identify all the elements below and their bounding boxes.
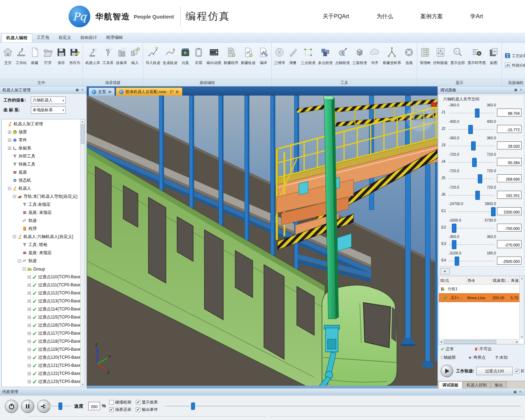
tree-item[interactable]: +过渡点119(TCP0-Base) bbox=[2, 345, 80, 354]
ribbon-button-主页[interactable]: 主页 bbox=[1, 46, 14, 67]
joint-slider-handle[interactable] bbox=[478, 174, 482, 183]
joint-value-input[interactable] bbox=[497, 240, 522, 248]
tree-item[interactable]: +场景 bbox=[2, 128, 80, 136]
close-icon[interactable]: × bbox=[80, 88, 85, 92]
joint-slider-handle[interactable] bbox=[475, 108, 479, 118]
table-header-1[interactable]: 组/点 bbox=[439, 276, 466, 284]
tree-expander-icon[interactable]: + bbox=[28, 332, 31, 335]
ribbon-button-仿真[interactable]: 仿真 bbox=[179, 46, 192, 67]
ribbon-button-测量[interactable]: 测量 bbox=[287, 46, 300, 67]
tree-expander-icon[interactable]: + bbox=[28, 324, 31, 327]
ribbon-button-工作站[interactable]: 工作站 bbox=[15, 46, 28, 67]
tree-expander-icon[interactable]: + bbox=[28, 300, 31, 303]
tree-item[interactable]: 工具:未指定 bbox=[2, 201, 80, 209]
close-icon[interactable]: ⊗ bbox=[108, 90, 112, 94]
ribbon-tab-自由设计[interactable]: 自由设计 bbox=[76, 33, 102, 42]
joint-value-input[interactable] bbox=[497, 257, 522, 265]
joint-value-input[interactable] bbox=[497, 158, 522, 166]
joint-value-input[interactable] bbox=[497, 108, 522, 117]
scroll-right-icon[interactable]: ▶ bbox=[515, 340, 519, 344]
table-row-selected[interactable]: 点1<...Move-Line200.005.73 bbox=[439, 293, 524, 302]
pin-icon[interactable]: ▣ bbox=[75, 88, 80, 92]
tree-expander-icon[interactable]: + bbox=[28, 372, 31, 375]
joint-slider-handle[interactable] bbox=[455, 257, 459, 266]
joint-slider-track[interactable] bbox=[449, 244, 495, 245]
joint-slider-handle[interactable] bbox=[468, 125, 473, 134]
joint-value-input[interactable] bbox=[497, 174, 522, 182]
ribbon-tab-自定义[interactable]: 自定义 bbox=[54, 33, 76, 42]
ribbon-button-管理树[interactable]: 管理树 bbox=[419, 46, 432, 67]
tree-expander-icon[interactable]: − bbox=[18, 259, 21, 262]
tree-item[interactable]: 底座: 未指定 bbox=[2, 249, 80, 257]
tree-item[interactable]: 底座 bbox=[2, 168, 80, 176]
scrollbar-thumb[interactable] bbox=[444, 340, 496, 344]
debug-tab-机器人控制[interactable]: 机器人控制 bbox=[463, 381, 491, 388]
ribbon-button-保存[interactable]: 保存 bbox=[55, 46, 68, 67]
tree-item[interactable]: −轨迹 bbox=[2, 257, 80, 265]
tree-expander-icon[interactable]: + bbox=[28, 348, 31, 351]
ribbon-button-对齐[interactable]: 对齐 bbox=[369, 46, 382, 67]
joint-value-input[interactable] bbox=[497, 207, 522, 215]
pause-button[interactable] bbox=[21, 400, 34, 413]
ribbon-button-三维球[interactable]: 三维球 bbox=[273, 46, 286, 67]
tree-item[interactable]: −导轨:龙门机器人导轨[自定义] bbox=[2, 192, 80, 201]
tree-expander-icon[interactable]: + bbox=[28, 292, 31, 295]
tree-expander-icon[interactable]: + bbox=[28, 284, 31, 287]
speed-input[interactable] bbox=[88, 402, 100, 410]
tree-item[interactable]: +过渡点117(TCP0-Base) bbox=[2, 329, 80, 337]
checkbox-显示效果[interactable]: ✔显示效果 bbox=[136, 400, 158, 405]
tree-item[interactable]: +过渡点114(TCP0-Base) bbox=[2, 305, 80, 313]
checkbox-输出事件[interactable]: ✔输出事件 bbox=[136, 407, 158, 412]
joint-slider-track[interactable] bbox=[449, 228, 495, 229]
ribbon-button-三点校准[interactable]: 三点校准 bbox=[300, 46, 317, 67]
ribbon-button-显示全部[interactable]: ALL显示全部 bbox=[449, 46, 466, 67]
ribbon-tab-机器人编程[interactable]: 机器人编程 bbox=[1, 33, 32, 42]
speed-slider-handle[interactable] bbox=[58, 402, 62, 410]
ribbon-button-新建轨迹[interactable]: 新建轨迹 bbox=[240, 46, 257, 67]
ribbon-button-导入轨迹[interactable]: 导入轨迹 bbox=[145, 46, 161, 67]
tree-expander-icon[interactable]: + bbox=[28, 380, 31, 383]
table-header-3[interactable]: 线速度(... bbox=[491, 276, 510, 284]
pin-icon[interactable]: ▣ bbox=[513, 88, 518, 92]
viewport-tab-喷漆机器人总装配-new : 1*[interactable]: P喷漆机器人总装配-new : 1*⊗ bbox=[116, 88, 182, 96]
debug-tab-输出[interactable]: 输出 bbox=[491, 381, 507, 388]
device-select[interactable]: 六轴机器人 ▾ bbox=[31, 97, 66, 104]
tree-expander-icon[interactable]: − bbox=[23, 267, 26, 271]
ribbon-button-输出动画[interactable]: 输出动画 bbox=[205, 46, 222, 67]
ribbon-button-另存为[interactable]: 另存为 bbox=[68, 46, 82, 67]
close-icon[interactable]: × bbox=[518, 88, 524, 92]
coord-select[interactable]: 本地坐标系 ▾ bbox=[31, 106, 66, 114]
joint-slider-handle[interactable] bbox=[452, 224, 456, 233]
progress-slider[interactable] bbox=[164, 406, 521, 407]
nav-item-1[interactable]: 关于PQArt bbox=[323, 13, 349, 20]
tree-item[interactable]: +过渡点111(TCP0-Base) bbox=[2, 281, 80, 289]
ribbon-button-工具库[interactable]: 工具库 bbox=[102, 46, 115, 67]
scroll-left-icon[interactable]: ◀ bbox=[439, 340, 443, 344]
checkbox-碰撞检测[interactable]: 碰撞检测 bbox=[109, 400, 131, 405]
tree-item[interactable]: +过渡点112(TCP0-Base) bbox=[2, 289, 80, 297]
tree-expander-icon[interactable]: + bbox=[28, 275, 31, 279]
nav-item-3[interactable]: 案例方案 bbox=[421, 13, 443, 20]
checkbox-场景还原[interactable]: ✔场景还原 bbox=[109, 407, 131, 412]
tree-item[interactable]: 工具: 喷枪 bbox=[2, 241, 80, 249]
ribbon-button-生成轨迹[interactable]: 生成轨迹 bbox=[162, 46, 178, 67]
speed-slider[interactable] bbox=[44, 406, 71, 407]
joint-slider-track[interactable] bbox=[449, 129, 495, 130]
tree-item[interactable]: 快换工具 bbox=[2, 160, 80, 168]
scroll-up-icon[interactable]: ▲ bbox=[520, 276, 524, 281]
ribbon-button-选项[interactable]: 选项 bbox=[402, 46, 415, 67]
ribbon-button-控制面板[interactable]: 控制面板 bbox=[432, 46, 449, 67]
ribbon-button-点轴校准[interactable]: 点轴校准 bbox=[334, 46, 351, 67]
tree-item[interactable]: 外部工具 bbox=[2, 152, 80, 160]
tree-item[interactable]: +过渡点115(TCP0-Base) bbox=[2, 313, 80, 321]
tree-expander-icon[interactable]: − bbox=[8, 187, 11, 190]
work-trajectory-button[interactable]: 过渡点130 bbox=[476, 367, 513, 375]
ribbon-button-打开[interactable]: 打开 bbox=[42, 46, 55, 67]
ribbon-button-编译[interactable]: 编译 bbox=[257, 46, 270, 67]
joint-slider-handle[interactable] bbox=[471, 141, 476, 150]
joint-slider-track[interactable] bbox=[449, 162, 495, 163]
tree-item[interactable]: +过渡点121(TCP0-Base) bbox=[2, 362, 80, 370]
table-vscrollbar[interactable]: ▲ ▼ bbox=[519, 276, 524, 339]
tree-item[interactable]: 机器人加工管理 bbox=[2, 120, 80, 128]
tree-expander-icon[interactable]: + bbox=[28, 308, 31, 311]
